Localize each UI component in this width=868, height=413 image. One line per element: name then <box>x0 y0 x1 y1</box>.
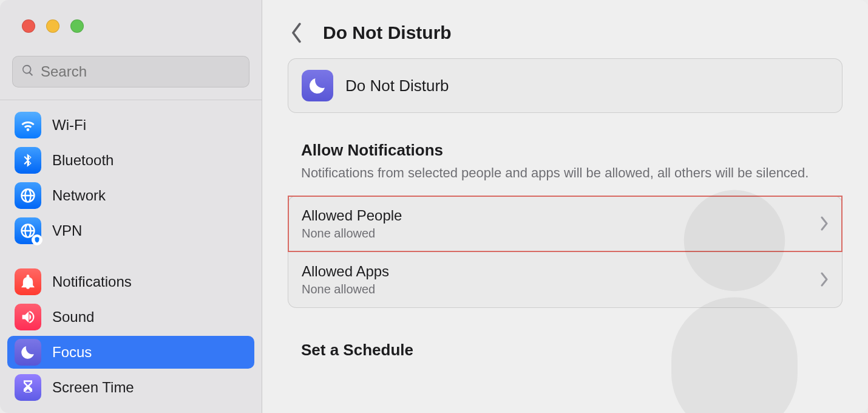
settings-window: Wi-Fi Bluetooth Network <box>0 0 868 413</box>
row-title: Allowed People <box>302 207 812 224</box>
section-subtitle: Notifications from selected people and a… <box>301 165 829 182</box>
speaker-icon <box>15 304 41 330</box>
row-title: Allowed Apps <box>302 263 812 280</box>
sidebar-item-label: Bluetooth <box>52 152 114 169</box>
sidebar-item-notifications[interactable]: Notifications <box>7 265 254 298</box>
wifi-icon <box>15 112 41 138</box>
back-button[interactable] <box>288 21 306 45</box>
row-text: Allowed People None allowed <box>302 207 812 241</box>
sidebar-item-sound[interactable]: Sound <box>7 301 254 333</box>
sidebar-item-label: Screen Time <box>52 379 134 396</box>
content-header: Do Not Disturb <box>262 0 868 52</box>
sidebar-item-label: Notifications <box>52 273 132 290</box>
chevron-right-icon <box>820 216 829 231</box>
search-field[interactable] <box>12 56 249 87</box>
sidebar-item-screen-time[interactable]: Screen Time <box>7 371 254 404</box>
zoom-window-button[interactable] <box>70 19 84 33</box>
sidebar-item-label: Sound <box>52 309 94 326</box>
sidebar-item-label: VPN <box>52 222 82 239</box>
globe-icon <box>15 182 41 209</box>
sidebar-item-bluetooth[interactable]: Bluetooth <box>7 144 254 177</box>
sidebar-item-label: Focus <box>52 344 92 361</box>
allow-list: Allowed People None allowed Allowed Apps… <box>288 196 843 308</box>
focus-mode-label: Do Not Disturb <box>345 77 449 95</box>
search-input[interactable] <box>41 63 240 80</box>
sidebar-item-label: Network <box>52 187 106 204</box>
close-window-button[interactable] <box>22 19 35 33</box>
sidebar-nav: Wi-Fi Bluetooth Network <box>0 100 262 412</box>
allow-notifications-header: Allow Notifications Notifications from s… <box>288 113 843 182</box>
sidebar-item-label: Wi-Fi <box>52 117 86 134</box>
sidebar-spacer <box>7 250 254 263</box>
search-icon <box>21 64 35 80</box>
sidebar-item-focus[interactable]: Focus <box>7 336 254 369</box>
section-title: Allow Notifications <box>301 141 829 160</box>
row-subtitle: None allowed <box>302 227 812 241</box>
window-controls <box>0 0 262 47</box>
do-not-disturb-icon <box>302 70 333 101</box>
vpn-icon <box>15 217 41 244</box>
sidebar-item-vpn[interactable]: VPN <box>7 214 254 247</box>
row-text: Allowed Apps None allowed <box>302 263 812 296</box>
focus-mode-card[interactable]: Do Not Disturb <box>288 58 843 113</box>
hourglass-icon <box>15 374 41 401</box>
allowed-people-row[interactable]: Allowed People None allowed <box>288 196 842 251</box>
sidebar-group-network: Wi-Fi Bluetooth Network <box>7 109 254 247</box>
chevron-right-icon <box>820 272 829 287</box>
minimize-window-button[interactable] <box>46 19 59 33</box>
bell-icon <box>15 268 41 295</box>
sidebar-item-network[interactable]: Network <box>7 179 254 212</box>
content-body: Do Not Disturb Allow Notifications Notif… <box>262 52 868 384</box>
search-container <box>0 47 262 100</box>
sidebar: Wi-Fi Bluetooth Network <box>0 0 262 413</box>
bluetooth-icon <box>15 147 41 174</box>
sidebar-group-attention: Notifications Sound Focus <box>7 265 254 404</box>
allowed-apps-row[interactable]: Allowed Apps None allowed <box>288 251 842 307</box>
schedule-section-title: Set a Schedule <box>288 308 843 360</box>
vpn-badge-icon <box>32 234 42 245</box>
row-subtitle: None allowed <box>302 282 812 296</box>
moon-icon <box>15 339 41 366</box>
content-pane: Do Not Disturb Do Not Disturb Allow Noti… <box>262 0 868 413</box>
page-title: Do Not Disturb <box>323 22 452 43</box>
sidebar-item-wifi[interactable]: Wi-Fi <box>7 109 254 142</box>
